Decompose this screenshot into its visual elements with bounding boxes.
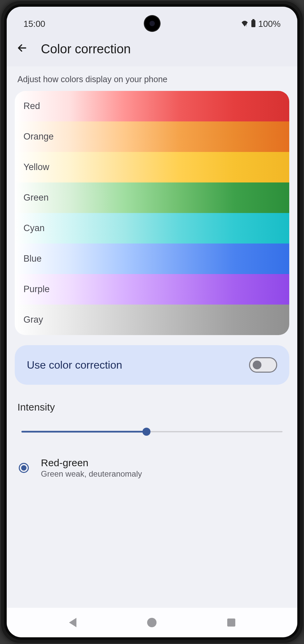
radio-selected-icon[interactable] — [19, 463, 29, 473]
toggle-label: Use color correction — [27, 359, 122, 371]
color-row-orange: Orange — [15, 121, 289, 152]
color-label: Cyan — [23, 223, 45, 233]
svg-rect-2 — [251, 20, 255, 27]
toggle-knob — [253, 361, 261, 369]
subtitle: Adjust how colors display on your phone — [15, 74, 289, 84]
color-label: Red — [23, 101, 40, 111]
color-row-blue: Blue — [15, 244, 289, 274]
intensity-section: Intensity — [15, 401, 289, 436]
color-label: Green — [23, 193, 49, 203]
color-row-cyan: Cyan — [15, 213, 289, 244]
nav-back-icon[interactable] — [69, 618, 76, 627]
use-color-correction-row[interactable]: Use color correction — [15, 345, 289, 385]
option-subtitle: Green weak, deuteranomaly — [41, 469, 142, 479]
color-label: Blue — [23, 254, 42, 264]
wifi-icon: ! — [241, 20, 248, 29]
header: Color correction — [7, 35, 297, 66]
color-label: Gray — [23, 315, 43, 325]
back-arrow-icon[interactable] — [17, 42, 27, 56]
svg-rect-1 — [252, 19, 254, 20]
nav-home-icon[interactable] — [147, 618, 157, 627]
content: Adjust how colors display on your phone … — [7, 66, 297, 608]
phone-frame: 15:00 ! 100% Color correction — [0, 0, 304, 644]
option-title: Red-green — [41, 457, 142, 469]
color-row-red: Red — [15, 91, 289, 121]
camera-notch — [145, 16, 160, 31]
battery-percentage: 100% — [258, 19, 281, 29]
color-row-yellow: Yellow — [15, 152, 289, 182]
color-label: Orange — [23, 131, 54, 142]
svg-text:!: ! — [246, 23, 247, 26]
color-row-gray: Gray — [15, 305, 289, 335]
color-label: Yellow — [23, 162, 49, 172]
slider-thumb[interactable] — [142, 428, 150, 436]
intensity-slider[interactable] — [17, 428, 287, 436]
battery-icon — [251, 19, 256, 29]
slider-fill — [21, 431, 148, 433]
color-preview: Red Orange Yellow Green Cyan Blue Purple… — [15, 91, 289, 335]
status-time: 15:00 — [23, 19, 45, 29]
color-row-green: Green — [15, 182, 289, 213]
page-title: Color correction — [41, 42, 131, 56]
navigation-bar — [7, 608, 297, 637]
intensity-label: Intensity — [17, 401, 287, 413]
color-row-purple: Purple — [15, 274, 289, 305]
color-correction-toggle[interactable] — [249, 357, 277, 373]
screen: 15:00 ! 100% Color correction — [7, 7, 297, 637]
option-red-green[interactable]: Red-green Green weak, deuteranomaly — [15, 452, 289, 479]
nav-recent-icon[interactable] — [227, 619, 235, 627]
color-label: Purple — [23, 284, 50, 294]
